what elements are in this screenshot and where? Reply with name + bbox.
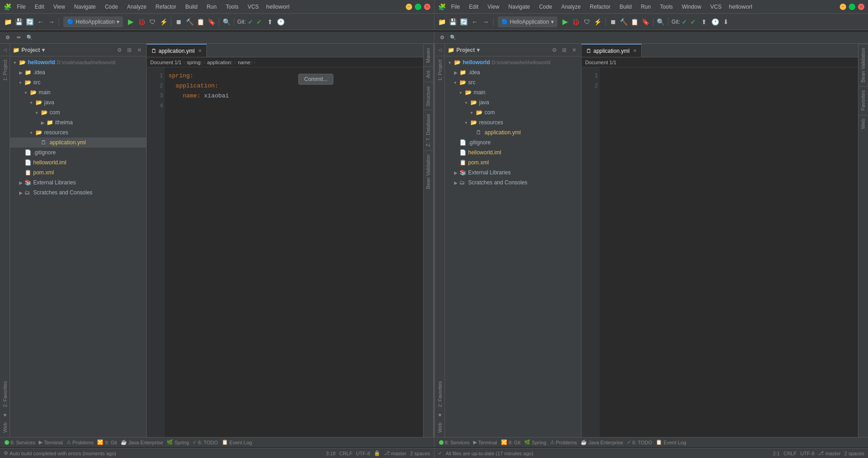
left-encoding[interactable]: UTF-8 (356, 450, 370, 456)
right-menu-file[interactable]: File (448, 2, 464, 11)
left-project-close-btn[interactable]: ✕ (135, 46, 143, 54)
right-tree-resources[interactable]: ▾ 📂 resources (445, 117, 581, 127)
left-ant-tab[interactable]: Ant (424, 66, 433, 82)
right-editor-content[interactable] (600, 67, 858, 437)
left-menu-file[interactable]: File (13, 2, 29, 11)
right-menu-vcs[interactable]: VCS (707, 2, 725, 11)
left-git-tab[interactable]: 🔀 9: Git (95, 438, 118, 447)
left-git-branch[interactable]: ⎇ master (384, 450, 407, 456)
left-menu-refactor[interactable]: Refactor (152, 2, 180, 11)
right-git-commit-btn[interactable]: ✓ (688, 17, 698, 27)
right-git-branch[interactable]: ⎇ master (818, 450, 841, 456)
left-bc-spring[interactable]: spring: (187, 60, 202, 65)
right-tree-pom[interactable]: 📋 pom.xml (445, 158, 581, 168)
right-terminal-tab[interactable]: ▶ Terminal (471, 438, 499, 447)
left-project-settings-btn[interactable]: ⚙ (115, 46, 123, 54)
left-project-dropdown[interactable]: ▾ (42, 47, 45, 53)
left-terminal-tab[interactable]: ▶ Terminal (37, 438, 65, 447)
right-search-btn[interactable]: 🔍 (656, 17, 666, 27)
right-tree-java[interactable]: ▾ 📂 java (445, 97, 581, 107)
left-line-col[interactable]: 3:18 (326, 450, 336, 456)
right-menu-run[interactable]: Run (637, 2, 654, 11)
right-git-check[interactable]: ✓ (682, 18, 687, 25)
left-bc-application[interactable]: application: (207, 60, 233, 65)
right-tree-com[interactable]: ▾ 📂 com (445, 107, 581, 117)
left-eventlog-tab[interactable]: 📋 Event Log (220, 438, 254, 447)
right-tree-scratches[interactable]: ▶ 🗂 Scratches and Consoles (445, 178, 581, 188)
left-spaces[interactable]: 2 spaces (410, 450, 430, 456)
left-search-btn[interactable]: 🔍 (221, 17, 231, 27)
left-edit2-btn[interactable]: ✏ (14, 33, 24, 43)
right-menu-edit[interactable]: Edit (465, 2, 482, 11)
left-git-history-btn[interactable]: 🕐 (276, 17, 286, 27)
left-tree-gitignore[interactable]: 📄 .gitignore (10, 148, 146, 158)
left-favorites-tab[interactable]: 2: Favorites (1, 378, 9, 410)
right-debug-btn[interactable]: 🐞 (571, 17, 581, 27)
right-menu-window[interactable]: Window (678, 2, 705, 11)
left-tree-itheima[interactable]: ▶ 📁 itheima (10, 117, 146, 127)
left-tree-root[interactable]: ▾ 📂 helloworld D:\code\xiaobai\helloworl… (10, 57, 146, 67)
right-build-btn[interactable]: 🔨 (619, 17, 629, 27)
right-menu-tools[interactable]: Tools (656, 2, 676, 11)
right-problems-tab[interactable]: ⚠ Problems (548, 438, 579, 447)
left-fav-star[interactable]: ★ (1, 410, 9, 420)
right-menu-code[interactable]: Code (536, 2, 556, 11)
right-sync-btn[interactable]: 🔄 (459, 17, 469, 27)
left-bean-tab[interactable]: Bean Validation (424, 150, 433, 193)
left-settings-btn[interactable]: ⚙ (3, 33, 13, 43)
left-spring-tab[interactable]: 🌿 Spring (165, 438, 191, 447)
right-git-push-btn[interactable]: ⬆ (699, 17, 709, 27)
left-git-commit-btn[interactable]: ✓ (254, 17, 264, 27)
left-web-tab[interactable]: Web (1, 420, 9, 435)
right-tree-main[interactable]: ▾ 📂 main (445, 87, 581, 97)
right-fav-star[interactable]: ★ (436, 410, 444, 420)
left-tree-src[interactable]: ▾ 📂 src (10, 77, 146, 87)
right-back-btn[interactable]: ← (470, 17, 480, 27)
left-run-config[interactable]: 🔵 HelloApplication ▾ (63, 16, 123, 27)
right-spring-tab[interactable]: 🌿 Spring (522, 438, 548, 447)
left-tab-application-yml[interactable]: 🗒 application.yml ✕ (147, 44, 207, 57)
right-web-tab[interactable]: Web (436, 420, 444, 435)
left-problems-tab[interactable]: ⚠ Problems (65, 438, 95, 447)
right-project-settings-btn[interactable]: ⚙ (550, 46, 558, 54)
right-web-sidebar-tab[interactable]: Web (858, 115, 868, 132)
left-back-btn[interactable]: ← (36, 17, 46, 27)
right-menu-analyze[interactable]: Analyze (557, 2, 584, 11)
right-settings-btn[interactable]: ⚙ (437, 33, 447, 43)
left-close-btn[interactable]: ✕ (424, 4, 430, 10)
right-project-toggle[interactable]: ◁ (436, 46, 444, 54)
right-encoding[interactable]: UTF-8 (800, 450, 814, 456)
right-crlf[interactable]: CRLF (783, 450, 797, 456)
right-tree-ext-libs[interactable]: ▶ 📚 External Libraries (445, 168, 581, 178)
left-menu-vcs[interactable]: VCS (244, 2, 263, 11)
left-bc-doc[interactable]: Document 1/1 (150, 60, 181, 65)
left-tree-scratches[interactable]: ▶ 🗂 Scratches and Consoles (10, 188, 146, 198)
left-profile-btn[interactable]: ⚡ (158, 17, 168, 27)
right-tab-application-yml[interactable]: 🗒 application.yml ✕ (582, 44, 642, 57)
left-project-toggle[interactable]: ◁ (1, 46, 9, 54)
left-menu-code[interactable]: Code (101, 2, 122, 11)
right-search2-btn[interactable]: 🔍 (448, 33, 458, 43)
right-menu-navigate[interactable]: Navigate (505, 2, 533, 11)
left-database-tab[interactable]: Z: 7. Database (424, 110, 433, 150)
right-menu-build[interactable]: Build (616, 2, 635, 11)
left-build-btn[interactable]: 🔨 (184, 17, 194, 27)
left-search2-btn[interactable]: 🔍 (25, 33, 35, 43)
right-project-close-btn[interactable]: ✕ (570, 46, 578, 54)
left-tree-application-yml[interactable]: 🗒 application.yml (10, 137, 146, 148)
right-forward-btn[interactable]: → (481, 17, 491, 27)
right-bean-validation-tab[interactable]: Bean Validation (858, 44, 868, 86)
left-tree-idea[interactable]: ▶ 📁 .idea (10, 67, 146, 77)
left-menu-edit[interactable]: Edit (31, 2, 48, 11)
right-maximize-btn[interactable]: □ (849, 4, 855, 10)
right-line-col[interactable]: 2:1 (773, 450, 780, 456)
right-eventlog-tab[interactable]: 📋 Event Log (654, 438, 688, 447)
left-maximize-btn[interactable]: □ (415, 4, 421, 10)
left-minimize-btn[interactable]: − (406, 4, 412, 10)
left-java-enterprise-tab[interactable]: ☕ Java Enterprise (119, 438, 165, 447)
left-tree-main[interactable]: ▾ 📂 main (10, 87, 146, 97)
left-run-btn[interactable]: ▶ (126, 17, 136, 27)
right-project-layout-btn[interactable]: ⊞ (560, 46, 568, 54)
right-tree-application-yml[interactable]: 🗒 application.yml (445, 127, 581, 137)
left-menu-view[interactable]: View (50, 2, 69, 11)
